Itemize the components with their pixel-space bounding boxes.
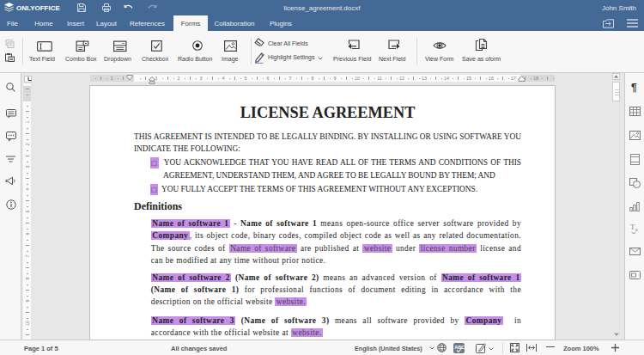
- svg-text:ABC: ABC: [454, 345, 465, 350]
- svg-text:a: a: [635, 226, 639, 233]
